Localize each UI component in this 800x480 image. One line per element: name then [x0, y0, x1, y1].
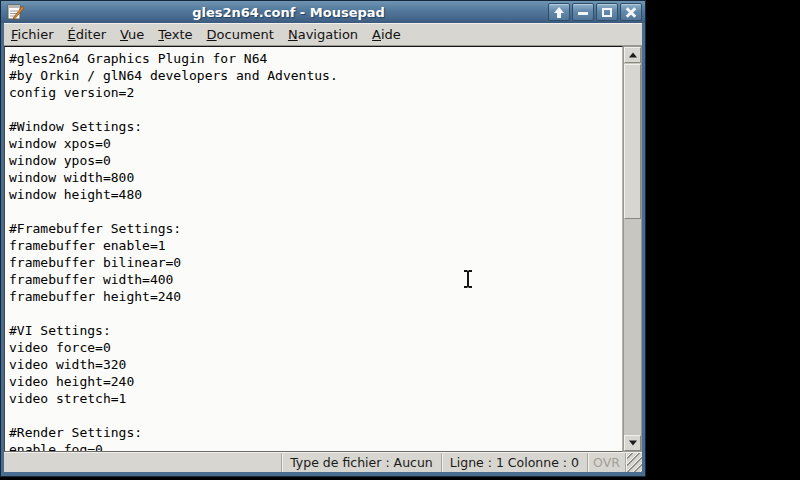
- scrollbar-thumb[interactable]: [624, 64, 641, 219]
- window-resize-grip[interactable]: [625, 453, 642, 472]
- mousepad-notepad-icon[interactable]: [7, 4, 24, 21]
- scroll-down-button[interactable]: [624, 435, 641, 451]
- titlebar[interactable]: gles2n64.conf - Mousepad: [1, 1, 645, 23]
- mousepad-window: gles2n64.conf - Mousepad Fichier Éditer …: [0, 0, 646, 477]
- minimize-button[interactable]: [572, 3, 594, 21]
- menu-item-vue[interactable]: Vue: [113, 25, 151, 44]
- vertical-scrollbar[interactable]: [623, 46, 642, 452]
- window-controls: [548, 3, 642, 21]
- text-editor-view[interactable]: #gles2n64 Graphics Plugin for N64 #by Or…: [4, 46, 623, 452]
- editor-text[interactable]: #gles2n64 Graphics Plugin for N64 #by Or…: [5, 47, 622, 452]
- menu-item-editer[interactable]: Éditer: [61, 25, 114, 44]
- close-button[interactable]: [620, 3, 642, 21]
- scroll-down-arrow-icon: [629, 441, 637, 446]
- menu-item-document[interactable]: Document: [200, 25, 281, 44]
- desktop: { "window": { "title": "gles2n64.conf - …: [0, 0, 800, 480]
- shade-button[interactable]: [548, 3, 570, 21]
- maximize-button[interactable]: [596, 3, 618, 21]
- statusbar-cursor-position: Ligne : 1 Colonne : 0: [441, 453, 587, 472]
- statusbar-overwrite-badge: OVR: [587, 453, 625, 472]
- menu-item-texte[interactable]: Texte: [151, 25, 199, 44]
- menubar: Fichier Éditer Vue Texte Document Naviga…: [4, 23, 642, 46]
- statusbar: Type de fichier : Aucun Ligne : 1 Colonn…: [4, 452, 642, 472]
- statusbar-spacer: [4, 453, 281, 472]
- menu-item-navigation[interactable]: Navigation: [281, 25, 365, 44]
- scrollbar-track[interactable]: [624, 63, 641, 435]
- menu-item-aide[interactable]: Aide: [365, 25, 408, 44]
- statusbar-filetype: Type de fichier : Aucun: [281, 453, 441, 472]
- menu-item-fichier[interactable]: Fichier: [4, 25, 61, 44]
- scroll-up-button[interactable]: [624, 47, 641, 63]
- scroll-up-arrow-icon: [629, 53, 637, 58]
- editor-region: #gles2n64 Graphics Plugin for N64 #by Or…: [4, 46, 642, 452]
- window-title: gles2n64.conf - Mousepad: [29, 5, 548, 20]
